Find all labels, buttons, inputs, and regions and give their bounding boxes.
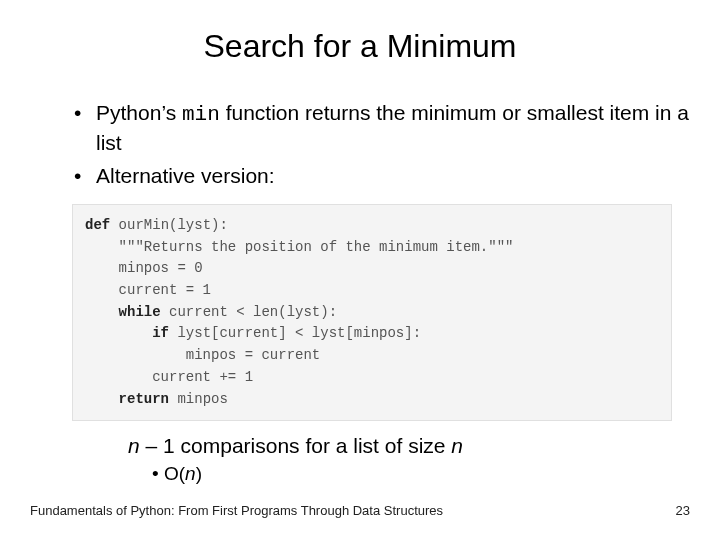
- slide-title: Search for a Minimum: [30, 28, 690, 65]
- bullet-2: Alternative version:: [74, 162, 690, 190]
- bigO-pre: O(: [164, 463, 185, 484]
- code-l6c: lyst[current] < lyst[minpos]:: [169, 325, 421, 341]
- code-l2: """Returns the position of the minimum i…: [85, 239, 513, 255]
- summary-list: n – 1 comparisons for a list of size n: [30, 431, 690, 460]
- bullet-1-text-pre: Python’s: [96, 101, 182, 124]
- bullet-1: Python’s min function returns the minimu…: [74, 99, 690, 158]
- code-l1b: ourMin(lyst):: [110, 217, 228, 233]
- summary-bigO: O(n): [152, 463, 690, 485]
- summary-sublist: O(n): [30, 463, 690, 485]
- code-kw-while: while: [119, 304, 161, 320]
- code-l9c: minpos: [169, 391, 228, 407]
- bullet-list: Python’s min function returns the minimu…: [30, 99, 690, 190]
- code-l4: current = 1: [85, 282, 211, 298]
- bigO-n: n: [185, 463, 196, 484]
- code-l6a: [85, 325, 152, 341]
- code-l9a: [85, 391, 119, 407]
- code-kw-return: return: [119, 391, 169, 407]
- summary-comparisons: n – 1 comparisons for a list of size n: [128, 431, 690, 460]
- bullet-1-code: min: [182, 103, 220, 126]
- code-l5c: current < len(lyst):: [161, 304, 337, 320]
- code-kw-def: def: [85, 217, 110, 233]
- code-l8: current += 1: [85, 369, 253, 385]
- summary-n2: n: [451, 434, 463, 457]
- bigO-post: ): [196, 463, 202, 484]
- code-l7: minpos = current: [85, 347, 320, 363]
- page-number: 23: [676, 503, 690, 518]
- footer-text: Fundamentals of Python: From First Progr…: [30, 503, 443, 518]
- code-l3: minpos = 0: [85, 260, 203, 276]
- code-block: def ourMin(lyst): """Returns the positio…: [72, 204, 672, 421]
- summary-n1: n: [128, 434, 140, 457]
- slide: Search for a Minimum Python’s min functi…: [0, 0, 720, 540]
- code-kw-if: if: [152, 325, 169, 341]
- code-l5a: [85, 304, 119, 320]
- summary-mid: – 1 comparisons for a list of size: [140, 434, 452, 457]
- footer: Fundamentals of Python: From First Progr…: [30, 503, 690, 518]
